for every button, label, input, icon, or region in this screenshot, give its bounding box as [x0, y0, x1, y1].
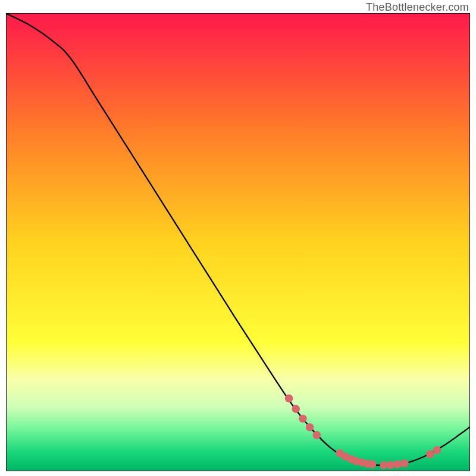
highlight-markers — [285, 394, 441, 469]
marker-point — [400, 459, 409, 468]
marker-point — [426, 450, 434, 459]
bottleneck-curve — [7, 14, 469, 465]
marker-point — [387, 461, 395, 469]
marker-point — [299, 415, 307, 423]
plot-frame — [6, 13, 470, 471]
marker-point — [292, 405, 300, 414]
attribution-label: TheBottlenecker.com — [366, 1, 469, 14]
marker-point — [394, 460, 402, 468]
marker-point — [285, 394, 293, 403]
marker-point — [433, 446, 441, 455]
marker-point — [306, 423, 314, 431]
curve-layer — [7, 14, 469, 471]
marker-point — [368, 460, 377, 468]
marker-point — [380, 461, 388, 469]
marker-point — [312, 431, 321, 439]
chart-stage: TheBottlenecker.com — [0, 0, 476, 476]
